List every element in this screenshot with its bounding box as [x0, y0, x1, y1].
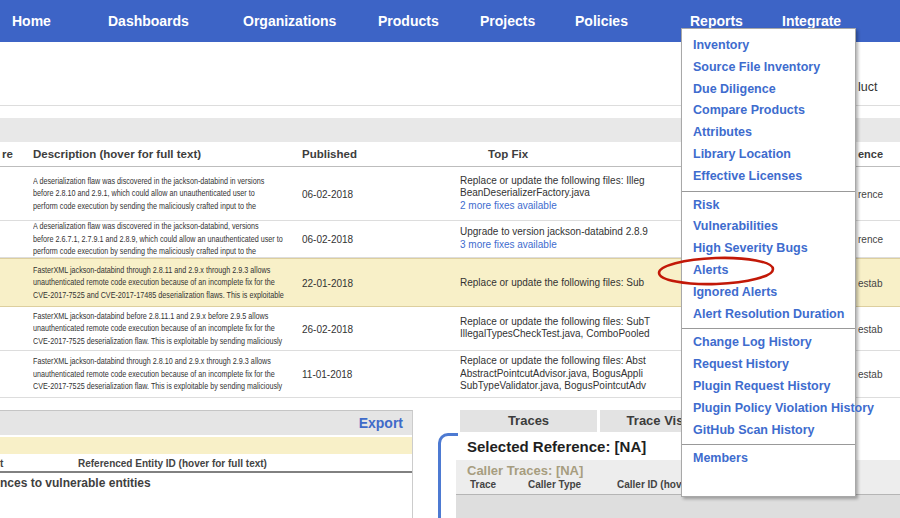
vuln-description: A deserialization flaw was discovered in… — [33, 220, 305, 258]
nav-item-dashboards[interactable]: Dashboards — [108, 13, 189, 29]
menu-item-alert-resolution-duration[interactable]: Alert Resolution Duration — [682, 304, 855, 326]
menu-item-effective-licenses[interactable]: Effective Licenses — [682, 166, 855, 188]
nav-item-policies[interactable]: Policies — [575, 13, 628, 29]
menu-item-plugin-policy-violation-history[interactable]: Plugin Policy Violation History — [682, 398, 855, 420]
nav-item-reports[interactable]: Reports — [690, 13, 743, 29]
nav-item-products[interactable]: Products — [378, 13, 439, 29]
vuln-top-fix: Replace or update the following files: S… — [460, 276, 684, 289]
caller-traces-empty-area — [456, 494, 900, 518]
divider — [0, 471, 412, 473]
vuln-top-fix: Replace or update the following files: I… — [460, 174, 684, 212]
menu-item-request-history[interactable]: Request History — [682, 354, 855, 376]
menu-item-plugin-request-history[interactable]: Plugin Request History — [682, 376, 855, 398]
reports-dropdown-menu: Inventory Source File Inventory Due Dili… — [681, 28, 856, 497]
vuln-published-date: 06-02-2018 — [302, 188, 353, 199]
menu-divider — [682, 444, 855, 445]
top-fix-text: Replace or update the following files: I… — [460, 174, 684, 199]
menu-item-ignored-alerts[interactable]: Ignored Alerts — [682, 282, 855, 304]
menu-item-vulnerabilities[interactable]: Vulnerabilities — [682, 216, 855, 238]
menu-item-alerts-label: Alerts — [693, 263, 728, 277]
col-header-score-fragment: re — [2, 148, 13, 160]
vuln-description: FasterXML jackson-databind before 2.8.11… — [33, 309, 305, 347]
menu-item-change-log-history[interactable]: Change Log History — [682, 332, 855, 354]
menu-item-due-diligence[interactable]: Due Diligence — [682, 79, 855, 101]
menu-item-risk[interactable]: Risk — [682, 195, 855, 217]
top-fix-text: Replace or update the following files: A… — [460, 355, 684, 393]
top-fix-text: Replace or update the following files: S… — [460, 316, 684, 341]
menu-item-compare-products[interactable]: Compare Products — [682, 100, 855, 122]
top-fix-text: Upgrade to version jackson-databind 2.8.… — [460, 226, 684, 239]
caller-traces-title: Caller Traces: [NA] — [467, 463, 583, 478]
vuln-top-fix: Replace or update the following files: A… — [460, 355, 684, 393]
col-header-caller-type: Caller Type — [528, 479, 581, 490]
clipped-reference-text: estab — [858, 369, 882, 380]
col-header-reference-fragment: ence — [858, 148, 883, 160]
menu-item-members[interactable]: Members — [682, 448, 855, 470]
references-col-header-fragment: t — [0, 458, 3, 469]
more-fixes-link[interactable]: 2 more fixes available — [460, 200, 684, 213]
menu-divider — [682, 191, 855, 192]
col-header-description: Description (hover for full text) — [33, 148, 201, 160]
app-screen: Home Dashboards Organizations Products P… — [0, 0, 900, 518]
clipped-reference-text: estab — [858, 323, 882, 334]
col-header-top-fix: Top Fix — [488, 148, 528, 160]
nav-item-organizations[interactable]: Organizations — [243, 13, 336, 29]
col-header-published: Published — [302, 148, 357, 160]
menu-item-library-location[interactable]: Library Location — [682, 144, 855, 166]
clipped-reference-text: rence — [858, 234, 883, 245]
export-button[interactable]: Export — [359, 415, 403, 431]
col-header-trace: Trace — [470, 479, 496, 490]
references-panel: Export t Referenced Entity ID (hover for… — [0, 410, 413, 518]
vuln-published-date: 06-02-2018 — [302, 234, 353, 245]
clipped-text-top-right: luct — [858, 80, 877, 94]
selected-row-highlight — [0, 437, 412, 454]
references-toolbar: Export — [0, 411, 412, 435]
vuln-published-date: 26-02-2018 — [302, 323, 353, 334]
more-fixes-link[interactable]: 3 more fixes available — [460, 239, 684, 252]
menu-item-source-file-inventory[interactable]: Source File Inventory — [682, 57, 855, 79]
vuln-top-fix: Replace or update the following files: S… — [460, 316, 684, 341]
tab-traces[interactable]: Traces — [460, 410, 597, 432]
clipped-reference-text: estab — [858, 277, 882, 288]
top-fix-text: Replace or update the following files: S… — [460, 276, 684, 289]
references-col-header: Referenced Entity ID (hover for full tex… — [78, 458, 267, 469]
vuln-top-fix: Upgrade to version jackson-databind 2.8.… — [460, 226, 684, 251]
selected-reference-heading: Selected Reference: [NA] — [467, 438, 646, 455]
references-empty-message: nces to vulnerable entities — [0, 476, 151, 490]
nav-item-projects[interactable]: Projects — [480, 13, 535, 29]
vuln-description: A deserialization flaw was discovered in… — [33, 174, 305, 212]
vuln-description: FasterXML jackson-databind through 2.8.1… — [33, 355, 305, 393]
menu-item-alerts[interactable]: Alerts — [682, 260, 855, 282]
vuln-description: FasterXML jackson-databind through 2.8.1… — [33, 263, 305, 301]
nav-item-integrate[interactable]: Integrate — [782, 13, 841, 29]
menu-item-high-severity-bugs[interactable]: High Severity Bugs — [682, 238, 855, 260]
menu-item-inventory[interactable]: Inventory — [682, 35, 855, 57]
menu-item-github-scan-history[interactable]: GitHub Scan History — [682, 420, 855, 442]
menu-item-attributes[interactable]: Attributes — [682, 122, 855, 144]
vuln-published-date: 11-01-2018 — [302, 369, 352, 380]
trace-panel-bracket — [438, 433, 458, 518]
vuln-published-date: 22-01-2018 — [302, 277, 353, 288]
nav-item-home[interactable]: Home — [12, 13, 51, 29]
clipped-reference-text: rence — [858, 188, 883, 199]
menu-divider — [682, 328, 855, 329]
